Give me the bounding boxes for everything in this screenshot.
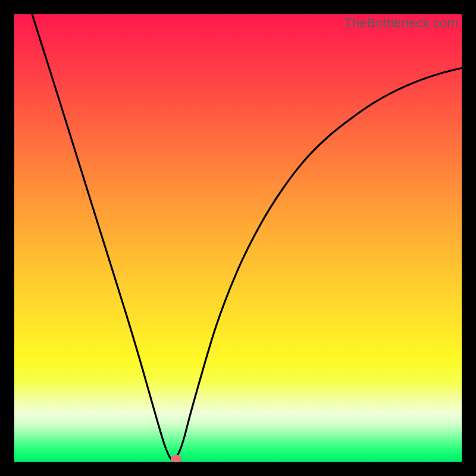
chart-frame: TheBottleneck.com bbox=[14, 14, 462, 462]
optimal-point-marker bbox=[171, 455, 181, 462]
bottleneck-curve bbox=[14, 14, 462, 462]
